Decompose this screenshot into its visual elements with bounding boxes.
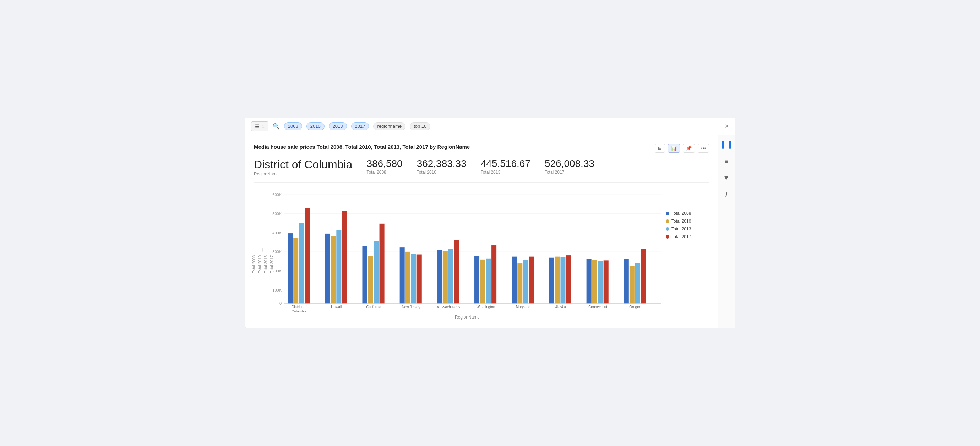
legend-2017: Total 2017 [666, 234, 706, 239]
bar-4-3[interactable] [454, 240, 459, 304]
legend-dot-2017 [666, 235, 669, 239]
total2017-value: 526,008.33 [545, 158, 594, 169]
bar-8-3[interactable] [604, 260, 609, 303]
bar-9-1[interactable] [630, 266, 635, 303]
bar-chart-sidebar-icon[interactable]: ▌▐ [721, 140, 732, 150]
bar-0-0[interactable] [288, 233, 293, 303]
info-sidebar-icon[interactable]: i [724, 190, 729, 200]
content-area: Media house sale prices Total 2008, Tota… [245, 135, 735, 328]
bar-0-1[interactable] [293, 237, 298, 303]
total2017-label: Total 2017 [545, 170, 594, 175]
bar-3-1[interactable] [406, 252, 410, 303]
legend: Total 2008 Total 2010 Total 2013 Total 2… [663, 190, 709, 323]
tag-2017[interactable]: 2017 [351, 122, 369, 130]
svg-text:300K: 300K [272, 250, 282, 254]
close-button[interactable]: × [725, 122, 729, 130]
bar-3-3[interactable] [417, 254, 422, 303]
chart-area: 600K 500K 400K 300K 200K 100K [272, 190, 663, 312]
bar-group-8: Connecticut [587, 258, 609, 309]
total2013-value: 445,516.67 [481, 158, 530, 169]
more-options-button[interactable]: ••• [698, 144, 709, 153]
bar-1-0[interactable] [325, 234, 330, 303]
bar-0-3[interactable] [305, 208, 310, 303]
table-view-button[interactable]: ⊞ [655, 144, 665, 153]
svg-text:600K: 600K [272, 193, 282, 197]
bar-group-0: District ofColumbia [288, 208, 310, 312]
bar-2-0[interactable] [362, 246, 367, 303]
bar-9-3[interactable] [641, 249, 646, 303]
summary-2013: 445,516.67 Total 2013 [481, 158, 530, 177]
region-sublabel: RegionName [254, 172, 352, 177]
svg-text:New Jersey: New Jersey [402, 305, 421, 309]
svg-text:200K: 200K [272, 269, 282, 273]
bar-chart-svg: 600K 500K 400K 300K 200K 100K [272, 190, 663, 312]
bar-7-0[interactable] [549, 258, 554, 304]
tag-2013[interactable]: 2013 [329, 122, 347, 130]
bar-5-2[interactable] [486, 258, 491, 304]
svg-text:California: California [366, 305, 381, 309]
bar-4-1[interactable] [443, 251, 448, 303]
tag-2010[interactable]: 2010 [306, 122, 325, 130]
bar-3-2[interactable] [411, 253, 416, 303]
bar-1-3[interactable] [342, 211, 347, 303]
bar-group-5: Washington [474, 245, 496, 309]
bar-group-4: Massachusetts [437, 240, 461, 309]
svg-text:Maryland: Maryland [516, 305, 530, 309]
bar-7-1[interactable] [555, 256, 560, 303]
tag-regionname[interactable]: regionname [373, 122, 406, 130]
svg-text:District of: District of [291, 305, 306, 309]
chart-actions: ⊞ 📊 📌 ••• [655, 144, 709, 153]
bar-7-2[interactable] [560, 257, 565, 303]
filter-count: 1 [262, 124, 264, 129]
bar-2-1[interactable] [368, 256, 373, 303]
bar-8-0[interactable] [587, 258, 592, 303]
tag-top10[interactable]: top 10 [410, 122, 430, 130]
bar-7-3[interactable] [566, 255, 571, 303]
tag-2008[interactable]: 2008 [284, 122, 302, 130]
legend-2008: Total 2008 [666, 211, 706, 216]
svg-text:Alaska: Alaska [555, 305, 566, 309]
bar-group-3: New Jersey [400, 247, 422, 309]
bar-8-2[interactable] [598, 261, 603, 303]
bar-8-1[interactable] [592, 260, 597, 303]
svg-text:Hawaii: Hawaii [331, 305, 342, 309]
bar-2-2[interactable] [374, 241, 379, 303]
legend-dot-2013 [666, 227, 669, 231]
bar-6-0[interactable] [512, 256, 517, 303]
list-sidebar-icon[interactable]: ≡ [723, 156, 730, 167]
bar-5-1[interactable] [480, 260, 485, 303]
filter-sidebar-icon[interactable]: ▼ [722, 173, 731, 183]
bar-4-2[interactable] [449, 249, 453, 303]
filter-button[interactable]: ☰ 1 [251, 121, 269, 131]
total2013-label: Total 2013 [481, 170, 530, 175]
bar-9-0[interactable] [624, 259, 629, 303]
bar-6-2[interactable] [523, 260, 528, 303]
bar-4-0[interactable] [437, 250, 442, 303]
bar-5-0[interactable] [474, 256, 479, 303]
bar-6-3[interactable] [529, 256, 534, 303]
bar-group-6: Maryland [512, 256, 534, 309]
bar-9-2[interactable] [635, 263, 640, 303]
bar-1-2[interactable] [336, 230, 341, 303]
summary-region: District of Columbia RegionName [254, 158, 352, 177]
svg-text:Columbia: Columbia [291, 309, 307, 312]
svg-text:Massachusetts: Massachusetts [437, 305, 461, 309]
bar-6-1[interactable] [517, 263, 522, 303]
legend-label-2008: Total 2008 [671, 211, 691, 216]
bar-group-1: Hawaii [325, 211, 347, 309]
svg-text:Connecticut: Connecticut [589, 305, 607, 309]
main-container: ☰ 1 🔍 2008 2010 2013 2017 regionname top… [245, 118, 735, 329]
legend-label-2010: Total 2010 [671, 219, 691, 224]
bar-0-2[interactable] [299, 223, 304, 303]
bar-2-3[interactable] [380, 224, 385, 303]
summary-2008: 386,580 Total 2008 [366, 158, 402, 177]
bar-5-3[interactable] [492, 245, 496, 303]
legend-label-2013: Total 2013 [671, 226, 691, 231]
bar-1-1[interactable] [331, 236, 336, 303]
bar-3-0[interactable] [400, 247, 405, 303]
filter-stack-icon: ☰ [255, 124, 259, 129]
bar-chart-view-button[interactable]: 📊 [668, 144, 680, 153]
pin-button[interactable]: 📌 [683, 144, 695, 153]
chart-header: Media house sale prices Total 2008, Tota… [254, 144, 709, 153]
bar-group-9: Oregon [624, 249, 646, 309]
